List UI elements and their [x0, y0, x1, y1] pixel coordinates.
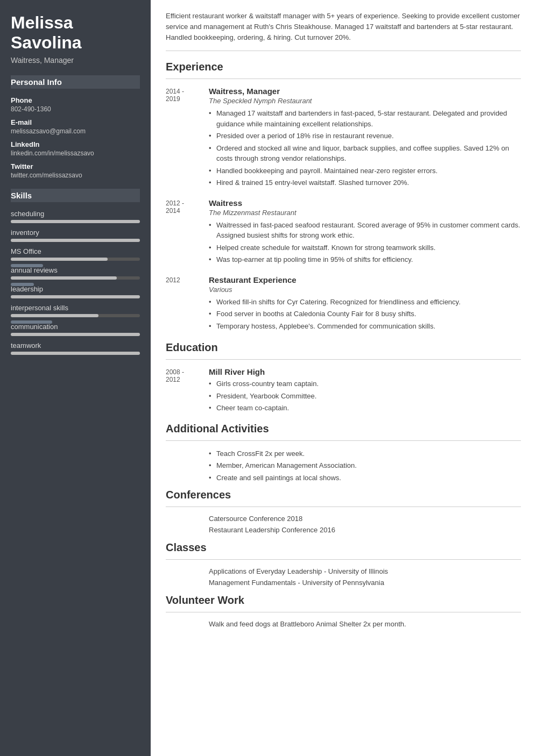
- sidebar: Melissa Savolina Waitress, Manager Perso…: [0, 0, 151, 756]
- skill-scheduling: scheduling: [11, 210, 140, 223]
- additional-content: Teach CrossFit 2x per week. Member, Amer…: [209, 448, 521, 485]
- bullet: Handled bookkeeping and payroll. Maintai…: [209, 166, 521, 176]
- bullet: Create and sell paintings at local shows…: [209, 473, 521, 483]
- experience-heading: Experience: [166, 61, 521, 73]
- experience-row-1: 2014 -2019 Waitress, Manager The Speckle…: [166, 87, 521, 190]
- summary-text: Efficient restaurant worker & waitstaff …: [166, 11, 521, 51]
- bullet: Hired & trained 15 entry-level waitstaff…: [209, 177, 521, 188]
- education-row-1: 2008 -2012 Mill River High Girls cross-c…: [166, 367, 521, 415]
- exp-company-1: The Speckled Nymph Restaurant: [209, 97, 521, 105]
- edu-school-1: Mill River High: [209, 367, 521, 376]
- skill-msoffice: MS Office: [11, 247, 140, 261]
- classes-heading: Classes: [166, 541, 521, 554]
- contact-linkedin: LinkedIn linkedin.com/in/melissazsavo: [11, 140, 140, 157]
- exp-content-2: Waitress The Mizzenmast Restaurant Waitr…: [209, 198, 521, 267]
- candidate-name: Melissa Savolina: [11, 13, 140, 53]
- skill-inventory: inventory: [11, 229, 140, 242]
- exp-bullets-2: Waitressed in fast-paced seafood restaur…: [209, 220, 521, 265]
- bullet: Ordered and stocked all wine and liquor,…: [209, 143, 521, 164]
- exp-company-2: The Mizzenmast Restaurant: [209, 209, 521, 217]
- bullet: Worked fill-in shifts for Cyr Catering. …: [209, 297, 521, 308]
- exp-date-2: 2012 -2014: [166, 198, 209, 267]
- experience-row-3: 2012 Restaurant Experience Various Worke…: [166, 275, 521, 333]
- additional-bullets: Teach CrossFit 2x per week. Member, Amer…: [209, 448, 521, 483]
- volunteer-1: Walk and feed dogs at Brattleboro Animal…: [209, 620, 521, 628]
- additional-heading: Additional Activities: [166, 423, 521, 435]
- candidate-title: Waitress, Manager: [11, 56, 140, 65]
- bullet: Teach CrossFit 2x per week.: [209, 448, 521, 459]
- skill-interpersonal: interpersonal skills: [11, 304, 140, 317]
- class-1: Applications of Everyday Leadership - Un…: [209, 567, 521, 575]
- experience-divider: [166, 79, 521, 79]
- personal-info-heading: Personal Info: [11, 75, 140, 89]
- contact-twitter: Twitter twitter.com/melissazsavo: [11, 162, 140, 179]
- exp-date-1: 2014 -2019: [166, 87, 209, 190]
- exp-title-3: Restaurant Experience: [209, 275, 521, 284]
- conference-row-2: Restaurant Leadership Conference 2016: [166, 526, 521, 534]
- education-heading: Education: [166, 341, 521, 354]
- class-2: Management Fundamentals - University of …: [209, 579, 521, 587]
- exp-bullets-1: Managed 17 waitstaff and bartenders in f…: [209, 108, 521, 188]
- skills-heading: Skills: [11, 189, 140, 202]
- main-content: Efficient restaurant worker & waitstaff …: [151, 0, 536, 756]
- skill-leadership: leadership: [11, 285, 140, 298]
- exp-bullets-3: Worked fill-in shifts for Cyr Catering. …: [209, 297, 521, 332]
- exp-content-1: Waitress, Manager The Speckled Nymph Res…: [209, 87, 521, 190]
- bullet: President, Yearbook Committee.: [209, 391, 521, 402]
- bullet: Cheer team co-captain.: [209, 403, 521, 413]
- conference-row-1: Catersource Conference 2018: [166, 515, 521, 523]
- classes-divider: [166, 559, 521, 560]
- skill-communication: communication: [11, 323, 140, 336]
- bullet: Girls cross-country team captain.: [209, 379, 521, 389]
- skill-annual-reviews: annual reviews: [11, 266, 140, 280]
- education-divider: [166, 359, 521, 360]
- conference-2: Restaurant Leadership Conference 2016: [209, 526, 521, 534]
- bullet: Food server in booths at Caledonia Count…: [209, 309, 521, 319]
- bullet: Presided over a period of 18% rise in re…: [209, 131, 521, 141]
- bullet: Managed 17 waitstaff and bartenders in f…: [209, 108, 521, 129]
- bullet: Helped create schedule for waitstaff. Kn…: [209, 243, 521, 253]
- skill-teamwork: teamwork: [11, 341, 140, 355]
- exp-company-3: Various: [209, 286, 521, 294]
- bullet: Member, American Management Association.: [209, 460, 521, 471]
- edu-date-1: 2008 -2012: [166, 367, 209, 415]
- exp-content-3: Restaurant Experience Various Worked fil…: [209, 275, 521, 333]
- conference-1: Catersource Conference 2018: [209, 515, 521, 523]
- additional-row: Teach CrossFit 2x per week. Member, Amer…: [166, 448, 521, 485]
- volunteer-heading: Volunteer Work: [166, 594, 521, 607]
- conferences-divider: [166, 507, 521, 507]
- exp-title-1: Waitress, Manager: [209, 87, 521, 96]
- experience-row-2: 2012 -2014 Waitress The Mizzenmast Resta…: [166, 198, 521, 267]
- class-row-2: Management Fundamentals - University of …: [166, 579, 521, 587]
- exp-date-3: 2012: [166, 275, 209, 333]
- class-row-1: Applications of Everyday Leadership - Un…: [166, 567, 521, 575]
- conferences-heading: Conferences: [166, 489, 521, 501]
- edu-content-1: Mill River High Girls cross-country team…: [209, 367, 521, 415]
- bullet: Temporary hostess, Applebee's. Commended…: [209, 321, 521, 332]
- volunteer-row-1: Walk and feed dogs at Brattleboro Animal…: [166, 620, 521, 628]
- contact-phone: Phone 802-490-1360: [11, 96, 140, 113]
- additional-divider: [166, 440, 521, 441]
- edu-bullets-1: Girls cross-country team captain. Presid…: [209, 379, 521, 413]
- volunteer-divider: [166, 612, 521, 612]
- bullet: Waitressed in fast-paced seafood restaur…: [209, 220, 521, 241]
- bullet: Was top-earner at tip pooling time in 95…: [209, 254, 521, 265]
- contact-email: E-mail melissazsavo@gmail.com: [11, 118, 140, 135]
- exp-title-2: Waitress: [209, 198, 521, 208]
